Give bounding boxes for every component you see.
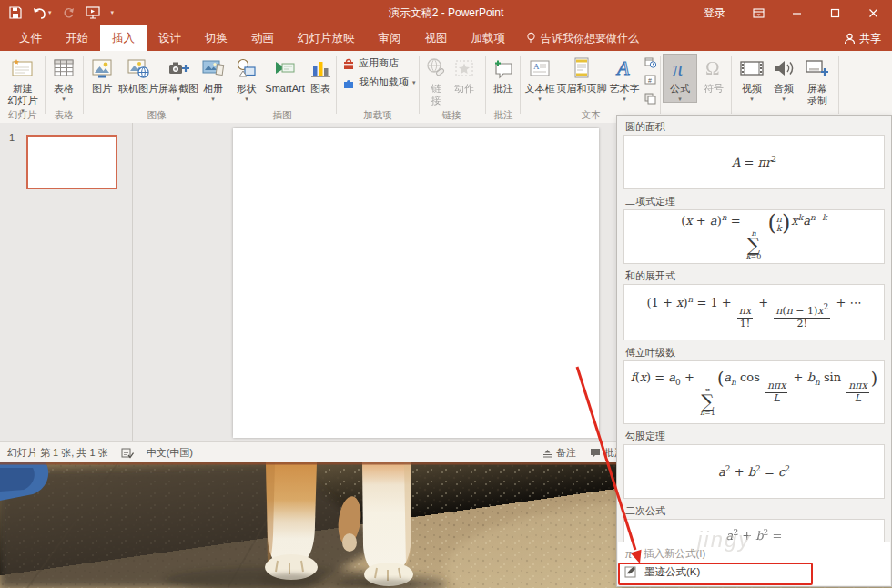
slide-thumbnail[interactable] <box>26 135 117 189</box>
chart-button[interactable]: 图表 <box>307 54 334 95</box>
video-button[interactable]: 视频 ▾ <box>735 54 768 103</box>
tab-addins[interactable]: 加载项 <box>460 25 518 51</box>
pictures-button[interactable]: 图片 <box>86 54 118 95</box>
group-label-links: 链接 <box>421 109 482 122</box>
table-icon <box>52 54 76 83</box>
photo-album-button[interactable]: 相册 ▾ <box>198 54 228 103</box>
dropdown-arrow-icon: ▾ <box>245 96 248 103</box>
wordart-button[interactable]: A 艺术字 ▾ <box>606 54 643 103</box>
pi-icon: π <box>624 547 636 560</box>
equation-button[interactable]: π 公式 ▾ <box>663 54 697 103</box>
online-pictures-icon <box>127 54 150 83</box>
object-button[interactable] <box>644 93 656 105</box>
button-label: 屏幕截图 <box>158 83 198 95</box>
my-addins-button[interactable]: 我的加载项 ▾ <box>342 76 416 89</box>
tab-view[interactable]: 视图 <box>413 25 460 51</box>
comment-icon <box>492 54 515 83</box>
equation-item-binomial-theorem[interactable]: (x + a)n = n∑k=0 (nk)xkan−k <box>623 209 885 264</box>
textbox-button[interactable]: A 文本框 ▾ <box>522 54 557 103</box>
slide-number-icon: # <box>644 75 656 86</box>
hyperlink-button[interactable]: 链 接 <box>422 54 450 106</box>
minimize-button[interactable] <box>777 0 816 25</box>
share-button[interactable]: 共享 <box>844 25 881 51</box>
group-label-tables: 表格 <box>46 109 81 122</box>
maximize-button[interactable] <box>816 0 854 25</box>
dropdown-arrow-icon: ▾ <box>211 96 215 103</box>
screen-recording-button[interactable]: 屏幕 录制 <box>799 54 836 106</box>
tab-review[interactable]: 审阅 <box>367 25 413 51</box>
svg-text:Ω: Ω <box>705 57 720 79</box>
screenshot-button[interactable]: 屏幕截图 ▾ <box>158 54 198 103</box>
ribbon-tabs: 文件 开始 插入 设计 切换 动画 幻灯片放映 审阅 视图 加载项 告诉我你想要… <box>0 25 892 51</box>
date-time-button[interactable] <box>644 56 656 68</box>
comment-button[interactable]: 批注 <box>490 54 517 95</box>
notes-toggle[interactable]: 备注 <box>542 442 576 463</box>
dropdown-arrow-icon: ▾ <box>623 96 626 103</box>
button-label: 链 <box>431 83 441 95</box>
action-button[interactable]: 动作 <box>450 54 479 95</box>
slide-canvas[interactable] <box>233 128 599 438</box>
tab-insert[interactable]: 插入 <box>100 25 147 51</box>
tell-me-box[interactable]: 告诉我你想要做什么 <box>526 25 639 51</box>
button-label: 形状 <box>237 83 257 95</box>
button-label: 图表 <box>310 83 330 95</box>
equation-item-pythagorean-theorem[interactable]: a2 + b2 = c2 <box>623 444 885 499</box>
tab-animations[interactable]: 动画 <box>239 25 286 51</box>
sign-in-button[interactable]: 登录 <box>690 0 739 25</box>
addins-stack: 应用商店 我的加载项 ▾ <box>342 56 417 89</box>
button-label: 符号 <box>704 83 724 95</box>
svg-text:A: A <box>533 62 540 71</box>
equation-gallery-dropdown: 圆的面积 A = πr2 二项式定理 (x + a)n = n∑k=0 (nk)… <box>616 115 892 587</box>
language-button[interactable]: 中文(中国) <box>147 446 193 460</box>
dropdown-arrow-icon: ▾ <box>750 96 754 103</box>
store-button[interactable]: 应用商店 <box>342 56 399 70</box>
spell-check-button[interactable] <box>121 448 134 459</box>
new-slide-button[interactable]: 新建 幻灯片 ▾ <box>2 54 44 115</box>
watermark: jingy <box>697 527 751 553</box>
close-button[interactable] <box>854 0 892 25</box>
table-button[interactable]: 表格 ▾ <box>46 54 81 103</box>
smartart-button[interactable]: SmartArt <box>263 54 307 95</box>
button-label: 音频 <box>774 83 794 95</box>
slide-number-button[interactable]: # <box>644 75 656 86</box>
chart-icon <box>309 54 332 83</box>
dropdown-arrow-icon: ▾ <box>538 96 542 103</box>
equation-item-expansion-of-sum[interactable]: (1 + x)n = 1 + nx1! + n(n − 1)x22! + ⋯ <box>623 284 885 340</box>
dropdown-arrow-icon: ▾ <box>177 96 180 103</box>
shapes-button[interactable]: 形状 ▾ <box>230 54 263 103</box>
header-footer-button[interactable]: 页眉和页脚 <box>557 54 606 95</box>
tab-design[interactable]: 设计 <box>147 25 193 51</box>
formula: f(x) = a0 + ∞∑n=1(an cos nπxL + bn sin n… <box>631 368 877 418</box>
button-label: 接 <box>431 95 441 106</box>
header-footer-icon <box>572 54 592 83</box>
audio-button[interactable]: 音频 ▾ <box>768 54 799 103</box>
shapes-icon <box>235 54 258 83</box>
symbol-button[interactable]: Ω 符号 <box>697 54 730 95</box>
formula: A = πr2 <box>732 155 776 169</box>
screen-recording-icon <box>805 54 830 83</box>
equation-pi-icon: π <box>668 54 692 83</box>
button-label: 相册 <box>203 83 223 95</box>
equation-section-title: 和的展开式 <box>617 267 891 284</box>
insert-new-equation-item[interactable]: π 插入新公式(I) <box>618 544 890 563</box>
textbox-icon: A <box>528 54 552 83</box>
ribbon-display-options-button[interactable] <box>739 0 777 25</box>
my-addins-icon <box>342 76 355 89</box>
online-pictures-button[interactable]: 联机图片 <box>118 54 158 95</box>
equation-item-circle-area[interactable]: A = πr2 <box>623 135 885 189</box>
tab-transitions[interactable]: 切换 <box>193 25 239 51</box>
equation-item-fourier-series[interactable]: f(x) = a0 + ∞∑n=1(an cos nπxL + bn sin n… <box>623 360 885 424</box>
comments-icon <box>590 448 601 458</box>
dropdown-arrow-icon: ▾ <box>678 96 682 103</box>
tab-file[interactable]: 文件 <box>7 25 54 51</box>
button-label: SmartArt <box>265 83 304 95</box>
lightbulb-icon <box>526 32 536 45</box>
tab-slideshow[interactable]: 幻灯片放映 <box>286 25 367 51</box>
screenshot-icon <box>167 54 190 83</box>
group-label-comments: 批注 <box>488 109 519 122</box>
close-icon <box>868 8 878 18</box>
tab-home[interactable]: 开始 <box>54 25 100 51</box>
button-label: 表格 <box>54 83 74 95</box>
title-bar: ▾ ▾ 演示文稿2 - PowerPoint 登录 <box>0 0 892 25</box>
button-label: 新建 <box>13 83 33 95</box>
